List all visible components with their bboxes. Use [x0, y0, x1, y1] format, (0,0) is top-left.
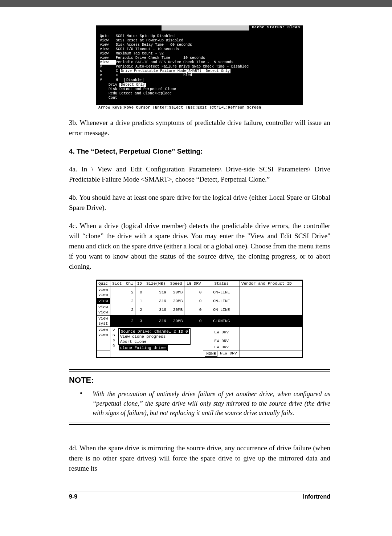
t1-side-6: view: [100, 60, 116, 65]
lm-b1: [97, 338, 110, 344]
popup-cell: V S s a Source Drive: Channel 2 ID 0 Vie…: [110, 327, 203, 357]
t1-side-7: v: [100, 65, 116, 69]
r0-slot: [110, 287, 124, 298]
t1-c0: C: [116, 69, 118, 73]
para-3b: 3b. Whenever a drive predicts symptoms o…: [69, 118, 330, 138]
t1-hl-line: Drive Predictable Failure Mode(SMART) -D…: [120, 69, 230, 73]
note-rule-top-thick: [69, 369, 330, 370]
lm-5t: view: [98, 310, 108, 314]
h-status: Status: [203, 281, 240, 287]
t1-line-2: Disk Access Delay Time - 60 seconds: [116, 43, 192, 47]
t0-vendor: [240, 327, 302, 338]
footer-left: 9-9: [69, 494, 77, 500]
t1-side-9: v: [100, 73, 116, 78]
r3-speed: 20MB: [168, 316, 184, 327]
r1-status: ON-LINE: [203, 298, 240, 304]
r1-size: 319: [144, 298, 168, 304]
t2-status: EW DRV: [203, 344, 240, 350]
heading-4: 4. The “Detect, Perpetual Clone” Setting…: [69, 147, 330, 155]
lm-9: viewview: [97, 327, 110, 338]
scsi-row-0: viewview 2 0 319 20MB 0 ON-LINE: [97, 287, 302, 298]
t1-line-5: Periodic Drive Check Time - 10 seconds: [116, 56, 205, 60]
r2-vendor: [240, 304, 302, 316]
note-rule-bottom-thick: [69, 424, 330, 425]
note-title: NOTE:: [69, 375, 330, 385]
r3-status: CLONING: [203, 316, 240, 327]
h-chl: Chl: [124, 281, 135, 287]
t1-side-3: view: [100, 47, 116, 52]
t1-side-4: view: [100, 52, 116, 56]
scsi-header-row: Quic Slot Chl ID Size(MB) Speed LG_DRV S…: [97, 281, 302, 287]
r2-lg: 0: [184, 304, 203, 316]
scsi-popup-title: clone Failing drive: [118, 345, 167, 351]
lm-5: viewview: [97, 304, 110, 316]
t1-line-4: Maximum Tag Count - 32: [116, 52, 164, 56]
h-speed: Speed: [168, 281, 184, 287]
t1-pp1: Driv: [109, 83, 117, 87]
t3-status: NONENEW DRV: [203, 350, 240, 357]
t1-pp4: Cont: [109, 96, 117, 100]
t1-line-3: SCSI I/O Timeout - 10 seconds: [116, 47, 179, 52]
lm-4t: view: [98, 305, 108, 309]
h-lg: LG_DRV: [184, 281, 203, 287]
note-block: NOTE: • With the precaution of untimely …: [69, 369, 330, 425]
r3-lg: 0: [184, 316, 203, 327]
scsi-popup: Source Drive: Channel 2 ID 0 View clone …: [118, 328, 191, 345]
r3-slot: [110, 316, 124, 327]
lm-7t: view: [98, 316, 108, 321]
para-4a: 4a. In \ View and Edit Configuration Par…: [69, 164, 330, 184]
scsi-table-screenshot: Quic Slot Chl ID Size(MB) Speed LG_DRV S…: [96, 280, 303, 358]
terminal-screenshot-1: Cache Status: Clean QuicSCSI Motor Spin-…: [96, 25, 303, 110]
note-text: With the precaution of untimely drive fa…: [93, 389, 330, 418]
r3-id: 3: [135, 316, 144, 327]
sl-3: a: [113, 343, 115, 348]
r0-vendor: [240, 287, 302, 298]
bullet-icon: •: [80, 389, 82, 418]
lm-b3: [97, 350, 110, 357]
r1-chl: 2: [124, 298, 135, 304]
t1-popup-1: Detect Only: [119, 83, 146, 87]
t0-status: EW DRV: [203, 327, 240, 338]
para-4d: 4d. When the spare drive is mirroring th…: [69, 443, 330, 474]
t1-line-6: Periodic SAF-TE and SES Device Check Tim…: [116, 60, 233, 65]
t1-c2: H: [116, 78, 118, 82]
t1-popup-2: Detect and Perpetual Clone: [119, 87, 176, 92]
para-4c: 4c. When a drive (logical drive member) …: [69, 221, 330, 272]
t1-vendor: [240, 338, 302, 344]
terminal1-titlebar: Cache Status: Clean: [96, 25, 303, 31]
terminal1-body: QuicSCSI Motor Spin-Up Disabled viewSCSI…: [96, 31, 303, 105]
lm-b2: [97, 344, 110, 350]
lm-1: viewview: [97, 287, 110, 298]
footer-right: Infortrend: [303, 494, 330, 500]
t1-pp2: Disk: [109, 87, 117, 91]
r0-size: 319: [144, 287, 168, 298]
t1-status: EW DRV: [203, 338, 240, 344]
lm-2t: view: [98, 293, 108, 297]
sl-2: s: [113, 338, 115, 343]
titlebar-gap: [96, 25, 162, 31]
r3-size: 319: [144, 316, 168, 327]
h-id: ID: [135, 281, 144, 287]
t1-side-8: s: [100, 69, 116, 73]
r1-lg: 0: [184, 298, 203, 304]
note-item: • With the precaution of untimely drive …: [69, 389, 330, 420]
scsi-popup-0: Source Drive: Channel 2 ID 0: [120, 329, 189, 334]
h-slot: Slot: [110, 281, 124, 287]
r0-chl: 2: [124, 287, 135, 298]
r0-lg: 0: [184, 287, 203, 298]
t1-side-5: view: [100, 56, 116, 60]
t1-side-10: v: [100, 78, 116, 82]
r0-speed: 20MB: [168, 287, 184, 298]
t1-side-2: view: [100, 43, 116, 47]
t1-line-7: Periodic Auto-Detect Failure Drive Swap …: [116, 65, 249, 69]
terminal1-footer: Arrow Keys:Move Cursor |Enter:Select |Es…: [96, 105, 303, 110]
r2-slot: [110, 304, 124, 316]
t3-vendor: [240, 350, 302, 357]
r2-id: 2: [135, 304, 144, 316]
scsi-grid: Quic Slot Chl ID Size(MB) Speed LG_DRV S…: [97, 280, 302, 357]
r3-vendor: [240, 316, 302, 327]
lm-8: viewsyst: [97, 316, 110, 327]
lm-h: Quic: [97, 281, 110, 287]
r1-slot: [110, 298, 124, 304]
t1-pp3: Redu: [109, 92, 117, 96]
